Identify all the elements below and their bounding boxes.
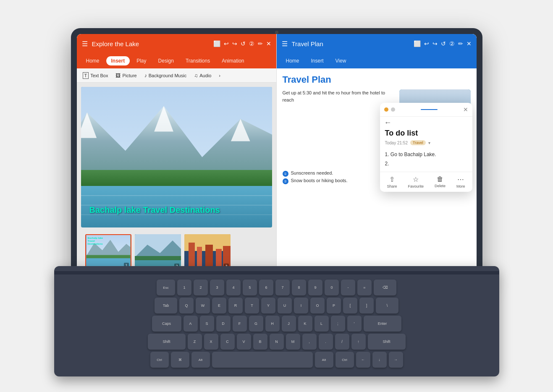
key-9[interactable]: 9 <box>308 280 322 295</box>
right-tab-view[interactable]: View <box>330 56 351 65</box>
key-right[interactable]: → <box>389 352 403 368</box>
undo-icon[interactable]: ↩ <box>224 40 229 47</box>
key-enter[interactable]: Enter <box>364 316 401 332</box>
refresh-icon[interactable]: ↺ <box>241 40 246 47</box>
key-shift-right[interactable]: Shift <box>368 334 406 350</box>
key-left[interactable]: ← <box>356 352 370 368</box>
key-u[interactable]: U <box>278 298 292 314</box>
key-a[interactable]: A <box>183 316 198 332</box>
key-h[interactable]: H <box>265 316 280 332</box>
todo-back-button[interactable]: ← <box>380 117 472 129</box>
key-period[interactable]: . <box>319 334 333 350</box>
key-i[interactable]: I <box>294 298 308 314</box>
key-y[interactable]: Y <box>261 298 275 314</box>
key-m[interactable]: M <box>286 334 300 350</box>
tab-insert[interactable]: Insert <box>106 56 130 65</box>
key-quote[interactable]: ' <box>347 316 362 332</box>
key-minus[interactable]: - <box>341 280 355 295</box>
key-tab[interactable]: Tab <box>155 298 177 314</box>
key-6[interactable]: 6 <box>259 280 273 295</box>
key-j[interactable]: J <box>282 316 296 332</box>
thumbnail-2[interactable]: 2 <box>135 234 181 269</box>
right-redo-icon[interactable]: ↪ <box>432 40 438 47</box>
key-n[interactable]: N <box>270 334 284 350</box>
key-r[interactable]: R <box>228 298 243 314</box>
key-s[interactable]: S <box>200 316 214 332</box>
right-close-icon[interactable]: ✕ <box>467 40 472 47</box>
key-f[interactable]: F <box>233 316 247 332</box>
key-o[interactable]: O <box>310 298 325 314</box>
key-space[interactable] <box>212 352 313 368</box>
key-backslash[interactable]: \ <box>376 298 398 314</box>
close-icon[interactable]: ✕ <box>266 40 271 47</box>
key-alt-left[interactable]: Alt <box>191 352 210 368</box>
todo-tag[interactable]: Travel <box>410 140 426 145</box>
key-3[interactable]: 3 <box>210 280 224 295</box>
todo-more[interactable]: ⋯ More <box>456 175 465 188</box>
key-x[interactable]: X <box>204 334 218 350</box>
todo-item-1[interactable]: 1. Go to Bachalp Lake. <box>385 150 467 159</box>
key-l[interactable]: L <box>315 316 329 332</box>
picture-tool[interactable]: 🖼 Picture <box>113 71 139 80</box>
right-tab-home[interactable]: Home <box>281 56 304 65</box>
key-5[interactable]: 5 <box>243 280 257 295</box>
tab-animation[interactable]: Animation <box>217 56 249 65</box>
right-refresh-icon[interactable]: ↺ <box>441 40 446 47</box>
tab-transitions[interactable]: Transitions <box>181 56 215 65</box>
audio-tool[interactable]: ♫ Audio <box>191 71 214 80</box>
number-icon[interactable]: ② <box>249 40 254 47</box>
todo-close-button[interactable]: ✕ <box>463 106 468 113</box>
thumbnail-1[interactable]: Bachalp lakeTravelDestinations 1 <box>85 234 131 269</box>
left-menu-icon[interactable]: ☰ <box>82 40 88 48</box>
key-2[interactable]: 2 <box>194 280 208 295</box>
todo-tag-chevron[interactable]: ▾ <box>428 141 430 145</box>
key-1[interactable]: 1 <box>177 280 191 295</box>
todo-item-2[interactable]: 2. <box>385 159 467 169</box>
key-ctrl-left[interactable]: Ctrl <box>150 352 169 368</box>
key-down[interactable]: ↓ <box>372 352 387 368</box>
main-slide[interactable]: Bachalp lake Travel Destinations <box>81 87 272 227</box>
key-0[interactable]: 0 <box>325 280 339 295</box>
key-alt-right[interactable]: Alt <box>315 352 333 368</box>
right-number-icon[interactable]: ② <box>449 40 455 47</box>
key-cmd[interactable]: ⌘ <box>171 352 189 368</box>
thumbnail-3[interactable]: 3 <box>184 234 231 269</box>
pen-icon[interactable]: ✏ <box>258 40 263 47</box>
key-z[interactable]: Z <box>188 334 202 350</box>
right-undo-icon[interactable]: ↩ <box>424 40 429 47</box>
right-menu-icon[interactable]: ☰ <box>282 40 288 48</box>
key-t[interactable]: T <box>245 298 259 314</box>
key-d[interactable]: D <box>216 316 231 332</box>
more-tool[interactable]: › <box>216 72 223 79</box>
key-esc[interactable]: Esc <box>157 280 175 295</box>
key-c[interactable]: C <box>220 334 235 350</box>
key-rbracket[interactable]: ] <box>359 298 374 314</box>
right-view-icon[interactable]: ⬜ <box>414 40 421 47</box>
key-b[interactable]: B <box>253 334 267 350</box>
key-backspace[interactable]: ⌫ <box>374 280 396 295</box>
todo-dot-2[interactable] <box>391 107 395 112</box>
key-semicolon[interactable]: ; <box>331 316 345 332</box>
todo-delete[interactable]: 🗑 Delete <box>435 175 446 188</box>
key-7[interactable]: 7 <box>275 280 290 295</box>
key-8[interactable]: 8 <box>292 280 306 295</box>
key-shift-left[interactable]: Shift <box>148 334 186 350</box>
right-pen-icon[interactable]: ✏ <box>458 40 463 47</box>
todo-share[interactable]: ⇧ Share <box>387 175 397 188</box>
key-up[interactable]: ↑ <box>351 334 366 350</box>
key-slash[interactable]: / <box>335 334 349 350</box>
key-k[interactable]: K <box>298 316 312 332</box>
key-comma[interactable]: , <box>302 334 317 350</box>
todo-favourite[interactable]: ☆ Favourite <box>408 175 424 188</box>
key-g[interactable]: G <box>249 316 263 332</box>
tab-home[interactable]: Home <box>81 56 105 65</box>
redo-icon[interactable]: ↪ <box>232 40 237 47</box>
key-equals[interactable]: = <box>357 280 372 295</box>
key-4[interactable]: 4 <box>226 280 241 295</box>
background-music-tool[interactable]: ♪ Background Music <box>142 71 189 80</box>
key-lbracket[interactable]: [ <box>343 298 357 314</box>
key-q[interactable]: Q <box>179 298 194 314</box>
text-box-tool[interactable]: T Text Box <box>80 71 111 80</box>
tab-play[interactable]: Play <box>131 56 151 65</box>
key-v[interactable]: V <box>237 334 251 350</box>
